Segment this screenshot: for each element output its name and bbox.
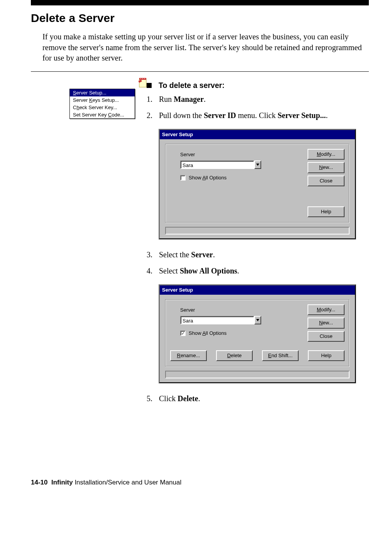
svg-point-3 — [142, 78, 143, 79]
menu-item-set-server-key-code[interactable]: Set Server Key Code... — [70, 111, 135, 118]
procedure-heading: To delete a server: — [147, 81, 369, 90]
dialog-titlebar[interactable]: Server Setup — [160, 285, 355, 295]
modify-button[interactable]: Modify... — [308, 149, 345, 160]
combobox-arrow-icon[interactable] — [254, 160, 261, 169]
header-bar — [31, 0, 369, 5]
rename-button[interactable]: Rename... — [170, 350, 207, 361]
menu-item-server-setup[interactable]: Server Setup... — [70, 89, 135, 96]
svg-marker-7 — [256, 319, 259, 321]
step-1: Run Manager. — [147, 94, 369, 105]
show-all-options-label: Show All Options — [189, 174, 226, 181]
new-button[interactable]: New... — [308, 162, 345, 173]
step-3: Select the Server. — [147, 249, 369, 260]
svg-rect-0 — [139, 79, 146, 87]
svg-point-4 — [144, 78, 145, 79]
menu-item-check-server-key[interactable]: Check Server Key... — [70, 104, 135, 111]
combobox-arrow-icon[interactable] — [254, 316, 261, 324]
divider — [31, 71, 369, 72]
server-combobox[interactable]: Sara — [180, 160, 261, 169]
status-bar — [165, 371, 350, 378]
server-label: Server — [180, 151, 301, 158]
end-shift-button[interactable]: End Shift... — [262, 350, 299, 361]
new-button[interactable]: New... — [308, 317, 345, 328]
menu-item-server-keys-setup[interactable]: Server Keys Setup... — [70, 96, 135, 104]
dialog-server-setup-basic: Server Setup Server Sara — [159, 129, 356, 239]
show-all-options-checkbox[interactable] — [180, 175, 186, 181]
dialog-server-setup-expanded: Server Setup Server Sara — [159, 285, 356, 383]
help-button[interactable]: Help — [308, 206, 345, 217]
modify-button[interactable]: Modify... — [308, 304, 345, 315]
show-all-options-label: Show All Options — [189, 330, 226, 337]
status-bar — [165, 227, 350, 235]
server-combobox-value[interactable]: Sara — [180, 160, 254, 169]
svg-point-2 — [140, 78, 141, 79]
step-5: Click Delete. — [147, 393, 369, 404]
delete-button[interactable]: Delete — [216, 350, 253, 361]
product-name: Infinity — [51, 479, 73, 486]
section-heading: Delete a Server — [31, 12, 369, 25]
step-2: Pull down the Server ID menu. Click Serv… — [147, 110, 369, 239]
step-4: Select Show All Options. Server Setup Se… — [147, 265, 369, 383]
show-all-options-checkbox-checked[interactable]: ✓ — [180, 331, 186, 336]
dialog-titlebar[interactable]: Server Setup — [160, 130, 355, 139]
server-combobox[interactable]: Sara — [180, 316, 261, 324]
manual-title: Installation/Service and User Manual — [73, 479, 182, 486]
page-footer: 14-10 Infinity Installation/Service and … — [31, 479, 369, 486]
server-combobox-value[interactable]: Sara — [180, 316, 254, 324]
server-label: Server — [180, 307, 301, 314]
close-button[interactable]: Close — [308, 176, 345, 186]
notepad-icon — [138, 77, 147, 88]
close-button[interactable]: Close — [308, 331, 345, 342]
svg-marker-6 — [256, 164, 259, 166]
intro-paragraph: If you make a mistake setting up your se… — [42, 32, 369, 64]
page-number: 14-10 — [31, 479, 47, 486]
context-menu: Server Setup... Server Keys Setup... Che… — [69, 89, 135, 119]
help-button[interactable]: Help — [308, 350, 345, 361]
